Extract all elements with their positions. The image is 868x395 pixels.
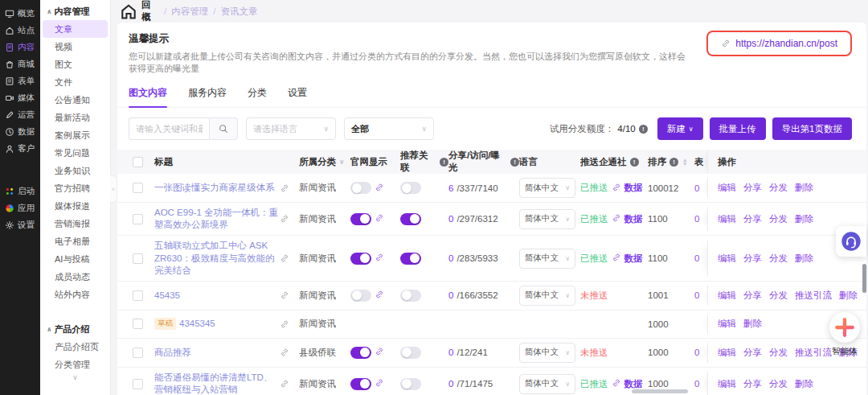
- recommend-toggle[interactable]: [400, 378, 421, 390]
- select-all-checkbox[interactable]: [133, 157, 143, 167]
- sidebar-item-link[interactable]: 常见问题: [40, 144, 110, 162]
- website-display-toggle[interactable]: [350, 378, 371, 390]
- recommend-toggle[interactable]: [400, 213, 421, 225]
- breadcrumb-item-content[interactable]: 内容管理: [171, 6, 208, 18]
- sort-value-cell[interactable]: 1000: [648, 315, 694, 334]
- post-url-link[interactable]: https://zhandian.cn/post: [706, 31, 852, 56]
- website-display-toggle[interactable]: [350, 347, 371, 359]
- vertical-scrollbar[interactable]: [862, 264, 866, 293]
- sidebar-item-link[interactable]: 公告通知: [40, 91, 110, 109]
- rail-item-customer[interactable]: 客户: [0, 140, 40, 157]
- website-display-toggle[interactable]: [350, 290, 371, 302]
- sidebar-item-link[interactable]: 站外内容: [40, 286, 110, 303]
- action-link[interactable]: 编辑: [718, 182, 736, 194]
- row-language-select[interactable]: 简体中文∨: [519, 343, 575, 363]
- rail-item-apps[interactable]: 应用: [0, 200, 40, 216]
- sidebar-item-link[interactable]: 成员动态: [40, 268, 110, 286]
- push-link-icon[interactable]: [612, 181, 621, 195]
- push-link-icon[interactable]: [612, 212, 621, 226]
- sidebar-item-link[interactable]: 媒体报道: [40, 197, 110, 215]
- sidebar-item-link[interactable]: 业务知识: [40, 162, 110, 179]
- action-link[interactable]: 删除: [795, 182, 813, 194]
- article-title-link[interactable]: 能否通俗易懂的讲清楚LTD、营销枢纽与入站营销: [154, 372, 280, 395]
- row-language-select[interactable]: 简体中文∨: [519, 286, 575, 306]
- batch-upload-button[interactable]: 批量上传: [710, 117, 766, 140]
- rail-item-data[interactable]: 数据: [0, 123, 40, 140]
- sidebar-collapse-handle[interactable]: ‹: [110, 175, 117, 203]
- recommend-toggle[interactable]: [400, 347, 421, 359]
- sidebar-item-link[interactable]: 文件: [40, 73, 110, 91]
- search-button[interactable]: [209, 117, 238, 140]
- row-language-select[interactable]: 简体中文∨: [519, 249, 575, 269]
- sidebar-item-link[interactable]: 电子相册: [40, 232, 110, 250]
- row-checkbox[interactable]: [133, 253, 143, 264]
- action-link[interactable]: 分享: [743, 290, 762, 302]
- rail-item-mall[interactable]: 商城: [0, 56, 40, 72]
- title-link-icon[interactable]: [280, 178, 299, 198]
- col-sort[interactable]: 排序!▲▼: [648, 150, 694, 174]
- action-link[interactable]: 分享: [743, 378, 762, 390]
- recommend-toggle[interactable]: [400, 182, 421, 194]
- sidebar-item-link[interactable]: AI与投稿: [40, 250, 110, 268]
- sidebar-item-link[interactable]: 分类管理: [40, 356, 110, 373]
- ai-agent-launcher[interactable]: 智能体: [829, 312, 860, 357]
- action-link[interactable]: 分发: [769, 378, 788, 390]
- article-title-link[interactable]: 商品推荐: [154, 347, 191, 359]
- customer-service-button[interactable]: [836, 226, 866, 257]
- action-link[interactable]: 分发: [769, 213, 788, 225]
- extra-value-cell[interactable]: 0: [694, 207, 707, 231]
- export-page-button[interactable]: 导出第1页数据: [772, 117, 852, 140]
- menu-group-header[interactable]: ∧内容管理: [40, 3, 110, 20]
- menu-group-header[interactable]: ∧产品介绍: [40, 321, 110, 338]
- rail-item-launch[interactable]: 启动: [0, 183, 40, 200]
- action-link[interactable]: 编辑: [718, 290, 736, 302]
- language-select[interactable]: 请选择语言 ∨: [246, 117, 336, 140]
- article-title-link[interactable]: 一张图读懂实力商家星级体系: [154, 182, 275, 194]
- article-title-link[interactable]: 五轴联动立式加工中心 ASK ZR630：极致精度与高效能的完美结合: [154, 240, 280, 277]
- extra-value-cell[interactable]: 0: [694, 343, 707, 363]
- col-category[interactable]: 所属分类∨: [299, 150, 350, 174]
- preview-link-icon[interactable]: [375, 212, 384, 226]
- action-link[interactable]: 推送引流: [795, 347, 832, 359]
- push-link-icon[interactable]: [612, 251, 621, 265]
- website-display-toggle[interactable]: [350, 182, 371, 194]
- rail-item-form[interactable]: 表单: [0, 72, 40, 89]
- push-data-link[interactable]: 数据: [624, 253, 643, 265]
- extra-value-cell[interactable]: 0: [694, 178, 707, 198]
- action-link[interactable]: 删除: [795, 213, 813, 225]
- action-link[interactable]: 推送引流: [795, 290, 832, 302]
- action-link[interactable]: 删除: [795, 253, 813, 265]
- row-checkbox[interactable]: [133, 183, 143, 193]
- sort-value-cell[interactable]: 1000: [648, 343, 694, 363]
- menu-scroll-down-icon[interactable]: ∨: [40, 373, 110, 386]
- preview-link-icon[interactable]: [375, 288, 384, 302]
- recommend-toggle[interactable]: [400, 290, 421, 302]
- row-checkbox[interactable]: [133, 214, 143, 224]
- article-title-link[interactable]: 草稿4345345: [154, 318, 215, 330]
- sidebar-item-link[interactable]: 案例展示: [40, 126, 110, 144]
- rail-item-site[interactable]: 站点: [0, 22, 40, 39]
- action-link[interactable]: 分发: [769, 347, 788, 359]
- sort-value-cell[interactable]: 1100: [648, 240, 694, 277]
- sort-value-cell[interactable]: 1100: [648, 207, 694, 231]
- title-link-icon[interactable]: [280, 343, 299, 363]
- rail-item-media[interactable]: 媒体: [0, 89, 40, 106]
- action-link[interactable]: 编辑: [718, 213, 736, 225]
- rail-item-operation[interactable]: 运营: [0, 106, 40, 123]
- tab-category[interactable]: 分类: [248, 86, 267, 107]
- create-button[interactable]: 新建∨: [657, 117, 703, 140]
- action-link[interactable]: 编辑: [718, 378, 736, 390]
- sidebar-item-link[interactable]: 营销海报: [40, 215, 110, 232]
- extra-value-cell[interactable]: 0: [694, 240, 707, 277]
- keyword-input[interactable]: [129, 117, 209, 140]
- sidebar-item-link[interactable]: 最新活动: [40, 109, 110, 126]
- preview-link-icon[interactable]: [375, 181, 384, 195]
- row-checkbox[interactable]: [133, 319, 143, 329]
- preview-link-icon[interactable]: [375, 376, 384, 391]
- action-link[interactable]: 编辑: [718, 253, 736, 265]
- extra-value-cell[interactable]: 0: [694, 286, 707, 306]
- article-title-link[interactable]: 45435: [154, 290, 180, 302]
- row-language-select[interactable]: 简体中文∨: [519, 374, 575, 394]
- action-link[interactable]: 分发: [769, 182, 788, 194]
- action-link[interactable]: 删除: [795, 378, 813, 390]
